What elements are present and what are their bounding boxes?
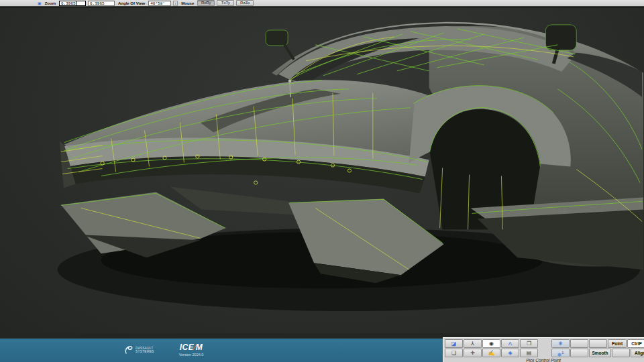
text-cursor [76, 1, 76, 5]
icem-logo: ICE⁄M Version 2024.0 [171, 343, 211, 357]
angle-of-view-input[interactable]: 40°58' [148, 1, 171, 6]
empty-slot[interactable] [589, 339, 607, 348]
surface-patch-icon[interactable]: ◪ [445, 339, 463, 348]
version-label: Version 2024.0 [171, 353, 211, 357]
freeze-icon[interactable]: ❄ [551, 339, 570, 348]
sketch-icon[interactable]: ✍ [482, 349, 500, 357]
smooth-button[interactable]: Smooth [589, 349, 611, 357]
panel-status-text: Pick Control Point [443, 358, 643, 362]
angle-stepper-icon[interactable]: ↕ [173, 1, 178, 6]
view-toolbar: ▣ Zoom 6.3965 6.3965 Angle Of View 40°58… [0, 0, 644, 7]
left-mirror [266, 30, 294, 60]
icem-wordmark: ICE [180, 343, 195, 352]
point-button[interactable]: Point [608, 339, 627, 348]
eye-icon[interactable]: ◉ [482, 339, 500, 348]
viewport-3d[interactable] [0, 7, 644, 333]
empty-slot[interactable] [570, 349, 588, 357]
zoom-x-input[interactable]: 6.3965 [59, 1, 86, 6]
save-icon[interactable]: ▤ [520, 349, 538, 357]
tool-panel: ◪ ⅄ ◉ Λ ❐ ❄ Point CtrlP Match ❏ ✛ ✍ ◈ ▤ … [443, 337, 644, 362]
compass-icon[interactable]: Λ [501, 339, 519, 348]
folder-icon[interactable]: ❏ [445, 349, 463, 357]
empty-slot[interactable] [612, 349, 630, 357]
align-button[interactable]: Align [631, 349, 644, 357]
app-icon: ▣ [38, 1, 42, 5]
mouse-label: Mouse [180, 1, 195, 5]
freeze-1-badge: 1 [561, 351, 564, 355]
window-icon[interactable]: ❐ [520, 339, 538, 348]
icem-wordmark-end: M [196, 343, 203, 352]
freeze-1-icon[interactable]: ❄1 [551, 349, 570, 357]
car-surface-model [0, 7, 644, 333]
zoom-label: Zoom [44, 1, 57, 5]
mouse-mode-rzzo-button[interactable]: RzZo [236, 0, 254, 6]
move-icon[interactable]: ✛ [464, 349, 482, 357]
dassault-swirl-icon [124, 345, 133, 355]
dassault-logo: DASSAULT SYSTEMES [124, 345, 154, 355]
empty-slot[interactable] [570, 339, 588, 348]
mouse-mode-txty-button[interactable]: TxTy [217, 0, 234, 6]
zoom-y-input[interactable]: 6.3965 [88, 1, 115, 6]
angle-of-view-label: Angle Of View [117, 1, 146, 5]
mouse-mode-rxry-button[interactable]: RxRy [197, 0, 215, 6]
tag-icon[interactable]: ◈ [501, 349, 519, 357]
axes-icon[interactable]: ⅄ [464, 339, 482, 348]
ctrlp-button[interactable]: CtrlP [627, 339, 644, 348]
brand-line2: SYSTEMES [136, 350, 154, 353]
